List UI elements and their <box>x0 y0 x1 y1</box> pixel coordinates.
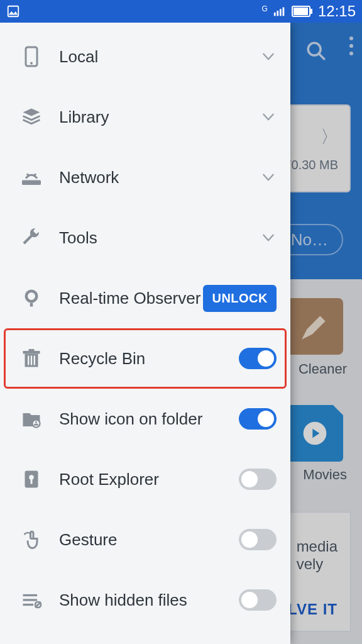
signal-icon <box>273 4 287 18</box>
drawer-item-label: Gesture <box>59 530 239 550</box>
iconfold-toggle[interactable] <box>239 408 277 430</box>
library-icon <box>18 103 45 131</box>
svg-rect-7 <box>310 9 312 14</box>
svg-rect-4 <box>283 8 285 16</box>
drawer-item-label: Root Explorer <box>59 470 239 489</box>
drawer-item-label: Real-time Observer <box>59 289 203 308</box>
local-icon <box>18 43 45 70</box>
drawer-item-library[interactable]: Library <box>0 87 290 147</box>
svg-rect-1 <box>274 13 276 16</box>
svg-rect-0 <box>8 6 19 17</box>
recycle-icon <box>18 345 45 372</box>
drawer-item-network[interactable]: Network <box>0 147 290 208</box>
scrim[interactable] <box>290 23 362 644</box>
root-icon <box>18 465 45 493</box>
drawer-item-label: Network <box>59 168 260 187</box>
drawer-item-iconfold[interactable]: Show icon on folder <box>0 389 290 449</box>
hidden-icon <box>18 586 45 614</box>
drawer-item-recycle[interactable]: Recycle Bin <box>0 328 290 389</box>
gesture-toggle[interactable] <box>239 529 277 550</box>
tools-icon <box>18 224 45 252</box>
recycle-toggle[interactable] <box>239 348 277 369</box>
drawer-item-label: Show hidden files <box>59 591 239 610</box>
observer-icon <box>18 284 45 312</box>
chevron-down-icon[interactable] <box>260 230 277 246</box>
drawer-item-tools[interactable]: Tools <box>0 208 290 268</box>
status-bar: G 12:15 <box>0 0 362 23</box>
drawer-item-gesture[interactable]: Gesture <box>0 509 290 570</box>
data-g-icon: G <box>262 5 268 13</box>
network-icon <box>18 164 45 191</box>
chevron-down-icon[interactable] <box>260 169 277 186</box>
chevron-down-icon[interactable] <box>260 109 277 125</box>
battery-icon <box>292 6 313 17</box>
svg-rect-2 <box>277 11 278 16</box>
drawer-item-root[interactable]: Root Explorer <box>0 449 290 509</box>
unlock-button[interactable]: UNLOCK <box>203 285 277 312</box>
drawer-item-label: Recycle Bin <box>59 349 239 369</box>
drawer-item-local[interactable]: Local <box>0 26 290 87</box>
drawer-item-label: Tools <box>59 228 260 248</box>
gesture-icon <box>18 526 45 553</box>
drawer-item-observer[interactable]: Real-time ObserverUNLOCK <box>0 268 290 328</box>
hidden-toggle[interactable] <box>239 589 277 611</box>
clock-text: 12:15 <box>318 3 356 20</box>
svg-rect-6 <box>293 8 308 15</box>
navigation-drawer: LocalLibraryNetworkToolsReal-time Observ… <box>0 23 290 644</box>
image-indicator-icon <box>6 4 20 18</box>
drawer-item-label: Show icon on folder <box>59 409 239 429</box>
root-toggle[interactable] <box>239 469 277 490</box>
svg-rect-3 <box>280 9 282 16</box>
drawer-item-label: Library <box>59 108 260 127</box>
chevron-down-icon[interactable] <box>260 48 277 65</box>
iconfold-icon <box>18 405 45 433</box>
drawer-item-label: Local <box>59 47 260 67</box>
drawer-item-hidden[interactable]: Show hidden files <box>0 570 290 630</box>
